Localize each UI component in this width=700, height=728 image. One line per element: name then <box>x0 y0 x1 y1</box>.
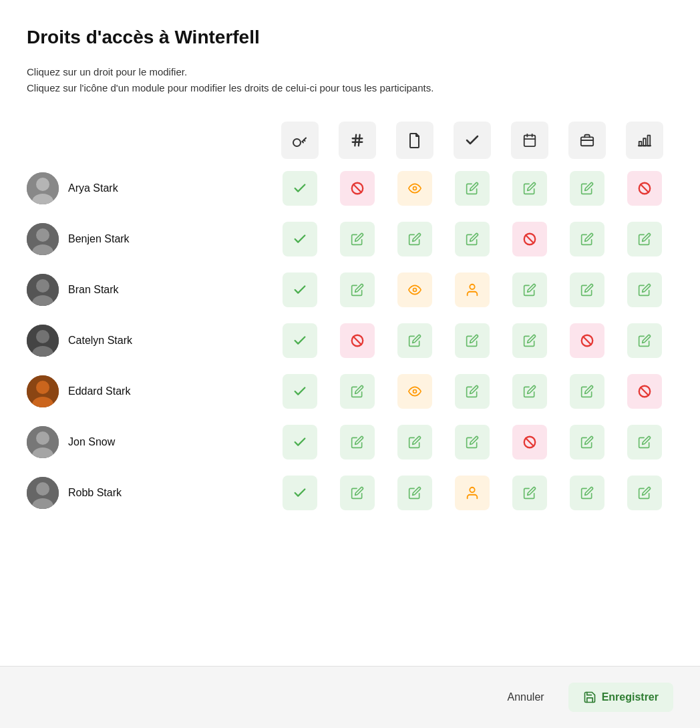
perm-pencil[interactable] <box>397 476 432 510</box>
perm-cell[interactable] <box>558 366 616 417</box>
perm-ban[interactable] <box>512 425 547 460</box>
perm-cell[interactable] <box>386 468 444 518</box>
perm-ban[interactable] <box>627 374 662 409</box>
perm-cell[interactable] <box>558 315 616 366</box>
perm-cell[interactable] <box>444 468 501 518</box>
perm-cell[interactable] <box>501 163 558 214</box>
perm-cell[interactable] <box>444 417 501 468</box>
perm-person[interactable] <box>455 476 490 510</box>
perm-check[interactable] <box>283 171 317 206</box>
perm-eye[interactable] <box>397 272 432 307</box>
save-button[interactable]: Enregistrer <box>568 683 673 712</box>
perm-ban[interactable] <box>340 323 375 358</box>
perm-pencil[interactable] <box>512 374 547 409</box>
perm-pencil[interactable] <box>627 323 662 358</box>
perm-cell[interactable] <box>271 417 329 468</box>
col-header-key[interactable] <box>271 118 329 163</box>
perm-person[interactable] <box>455 272 490 307</box>
header-icon-check[interactable] <box>454 122 491 159</box>
perm-cell[interactable] <box>329 315 386 366</box>
perm-cell[interactable] <box>501 264 558 315</box>
perm-cell[interactable] <box>271 366 329 417</box>
perm-pencil[interactable] <box>627 425 662 460</box>
header-icon-doc[interactable] <box>396 122 433 159</box>
col-header-check[interactable] <box>444 118 501 163</box>
perm-pencil[interactable] <box>570 374 604 409</box>
perm-cell[interactable] <box>386 417 444 468</box>
perm-pencil[interactable] <box>512 171 547 206</box>
perm-cell[interactable] <box>444 214 501 264</box>
perm-cell[interactable] <box>558 417 616 468</box>
perm-ban[interactable] <box>340 171 375 206</box>
perm-cell[interactable] <box>329 366 386 417</box>
perm-pencil[interactable] <box>397 222 432 256</box>
perm-cell[interactable] <box>329 264 386 315</box>
perm-cell[interactable] <box>444 163 501 214</box>
perm-check[interactable] <box>283 374 317 409</box>
perm-cell[interactable] <box>558 264 616 315</box>
col-header-calendar[interactable] <box>501 118 558 163</box>
header-icon-briefcase[interactable] <box>568 122 606 159</box>
perm-pencil[interactable] <box>512 323 547 358</box>
perm-cell[interactable] <box>558 468 616 518</box>
perm-cell[interactable] <box>271 214 329 264</box>
header-icon-key[interactable] <box>281 122 319 159</box>
perm-cell[interactable] <box>386 366 444 417</box>
perm-cell[interactable] <box>616 264 673 315</box>
perm-check[interactable] <box>283 476 317 510</box>
perm-cell[interactable] <box>501 417 558 468</box>
perm-cell[interactable] <box>271 315 329 366</box>
perm-pencil[interactable] <box>455 374 490 409</box>
perm-cell[interactable] <box>616 315 673 366</box>
perm-ban[interactable] <box>627 171 662 206</box>
perm-cell[interactable] <box>558 163 616 214</box>
col-header-chart[interactable] <box>616 118 673 163</box>
perm-pencil[interactable] <box>340 272 375 307</box>
perm-cell[interactable] <box>444 264 501 315</box>
perm-eye[interactable] <box>397 171 432 206</box>
perm-cell[interactable] <box>616 366 673 417</box>
perm-cell[interactable] <box>271 264 329 315</box>
perm-cell[interactable] <box>329 468 386 518</box>
perm-pencil[interactable] <box>570 222 604 256</box>
perm-cell[interactable] <box>444 315 501 366</box>
perm-pencil[interactable] <box>570 171 604 206</box>
col-header-hash[interactable] <box>329 118 386 163</box>
perm-pencil[interactable] <box>455 425 490 460</box>
perm-pencil[interactable] <box>455 323 490 358</box>
col-header-doc[interactable] <box>386 118 444 163</box>
perm-pencil[interactable] <box>627 272 662 307</box>
perm-pencil[interactable] <box>570 476 604 510</box>
perm-pencil[interactable] <box>627 222 662 256</box>
perm-cell[interactable] <box>501 214 558 264</box>
perm-pencil[interactable] <box>455 222 490 256</box>
perm-cell[interactable] <box>616 468 673 518</box>
cancel-button[interactable]: Annuler <box>496 685 554 710</box>
perm-pencil[interactable] <box>397 425 432 460</box>
perm-cell[interactable] <box>444 366 501 417</box>
perm-cell[interactable] <box>501 468 558 518</box>
perm-pencil[interactable] <box>627 476 662 510</box>
perm-pencil[interactable] <box>455 171 490 206</box>
perm-cell[interactable] <box>558 214 616 264</box>
perm-pencil[interactable] <box>340 425 375 460</box>
perm-cell[interactable] <box>616 163 673 214</box>
perm-cell[interactable] <box>616 214 673 264</box>
perm-cell[interactable] <box>329 417 386 468</box>
perm-pencil[interactable] <box>397 323 432 358</box>
perm-cell[interactable] <box>501 366 558 417</box>
perm-cell[interactable] <box>386 163 444 214</box>
perm-check[interactable] <box>283 323 317 358</box>
perm-pencil[interactable] <box>570 425 604 460</box>
perm-cell[interactable] <box>501 315 558 366</box>
perm-pencil[interactable] <box>512 272 547 307</box>
header-icon-hash[interactable] <box>339 122 376 159</box>
perm-eye[interactable] <box>397 374 432 409</box>
header-icon-calendar[interactable] <box>511 122 548 159</box>
perm-cell[interactable] <box>616 417 673 468</box>
perm-pencil[interactable] <box>340 374 375 409</box>
perm-ban[interactable] <box>570 323 604 358</box>
perm-pencil[interactable] <box>340 476 375 510</box>
perm-cell[interactable] <box>329 214 386 264</box>
col-header-briefcase[interactable] <box>558 118 616 163</box>
